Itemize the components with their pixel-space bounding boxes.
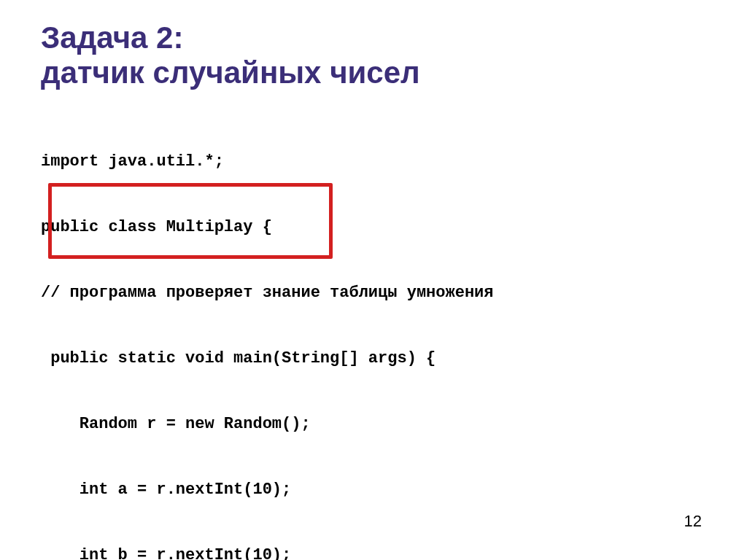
code-line: import java.util.*; (41, 151, 706, 173)
code-line: int a = r.nextInt(10); (41, 479, 706, 501)
code-block: import java.util.*; public class Multipl… (41, 107, 706, 560)
slide-title: Задача 2: датчик случайных чисел (41, 20, 706, 91)
code-line: // программа проверяет знание таблицы ум… (41, 282, 706, 304)
code-line: Random r = new Random(); (41, 413, 706, 435)
slide: Задача 2: датчик случайных чисел import … (0, 0, 747, 560)
title-line-2: датчик случайных чисел (41, 55, 420, 90)
code-line: int b = r.nextInt(10); (41, 545, 706, 560)
code-line: public class Multiplay { (41, 217, 706, 238)
page-number: 12 (684, 512, 702, 531)
code-line: public static void main(String[] args) { (41, 348, 706, 370)
title-line-1: Задача 2: (41, 20, 183, 55)
